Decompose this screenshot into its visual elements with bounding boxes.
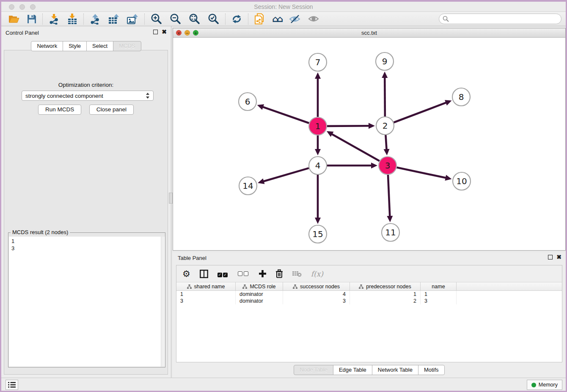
optimization-dropdown[interactable]: strongly connected component [22, 91, 154, 101]
graph-node-14[interactable]: 14 [239, 177, 257, 195]
memory-button[interactable]: Memory [527, 380, 562, 390]
graph-edge-2-8[interactable] [394, 100, 452, 122]
trash-icon[interactable] [275, 269, 283, 278]
float-panel-icon[interactable] [153, 30, 158, 34]
column-header-shared-name[interactable]: shared name [176, 282, 236, 290]
tab-style[interactable]: Style [63, 41, 87, 51]
float-table-panel-icon[interactable] [548, 255, 553, 259]
graph-edge-4-14[interactable] [258, 168, 309, 184]
hide-view-button[interactable] [285, 13, 304, 25]
mcds-result-area[interactable]: 1 3 [9, 237, 165, 367]
graph-node-9[interactable]: 9 [376, 52, 394, 70]
table-cell: dominator [236, 291, 283, 298]
table-cell: dominator [236, 298, 283, 304]
optimization-label: Optimization criterion: [4, 82, 168, 88]
checked-boxes-icon[interactable]: ✓✓ [217, 270, 228, 278]
table-tab-motifs[interactable]: Motifs [418, 365, 445, 375]
clone-network-button[interactable] [250, 13, 268, 25]
export-network-button[interactable] [86, 13, 105, 25]
result-scrollbar[interactable] [161, 237, 164, 367]
graph-node-7[interactable]: 7 [309, 53, 327, 71]
eye-icon [308, 14, 319, 23]
import-network-button[interactable] [45, 13, 63, 25]
zoom-in-button[interactable] [147, 13, 166, 25]
plus-icon[interactable] [259, 270, 266, 277]
graph-node-8[interactable]: 8 [452, 88, 470, 106]
graph-edge-3-11[interactable] [387, 175, 393, 222]
graph-node-6[interactable]: 6 [239, 93, 256, 110]
graph-edge-1-6[interactable] [257, 104, 309, 123]
table-cell: 1 [176, 291, 236, 298]
table-cell: 3 [176, 298, 236, 304]
unchecked-boxes-icon[interactable] [238, 270, 250, 278]
graph-edge-1-4[interactable] [315, 135, 321, 155]
table-cell: 2 [350, 298, 421, 304]
export-table-button[interactable] [105, 13, 123, 25]
tab-network[interactable]: Network [31, 41, 63, 51]
graph-edge-2-3[interactable] [384, 135, 390, 155]
mcds-result-group: MCDS result (2 nodes) 1 3 [8, 232, 165, 367]
table-tab-node-table[interactable]: Node Table [294, 365, 333, 375]
graph-edge-1-2[interactable] [327, 123, 375, 129]
graph-edge-3-10[interactable] [397, 168, 452, 181]
graph-node-1[interactable]: 1 [309, 117, 327, 135]
run-mcds-button[interactable]: Run MCDS [38, 105, 81, 115]
column-header-MCDS-role[interactable]: MCDS role [236, 282, 283, 290]
import-table-button[interactable] [63, 13, 81, 25]
gear-icon[interactable]: ⚙ [182, 270, 190, 278]
svg-text:11: 11 [385, 227, 396, 237]
graph-edge-2-9[interactable] [382, 72, 388, 116]
network-view-window: × − + scc.txt 7968124314101511 [173, 28, 566, 251]
graph-node-4[interactable]: 4 [309, 157, 327, 174]
close-panel-button[interactable]: Close panel [89, 105, 134, 115]
svg-text:1: 1 [315, 121, 321, 131]
close-table-panel-icon[interactable]: ✖ [556, 255, 561, 259]
column-header-predecessor-nodes[interactable]: predecessor nodes [350, 282, 421, 290]
svg-text:9: 9 [382, 56, 388, 66]
panel-splitter-grip[interactable] [169, 193, 173, 204]
graph-edge-1-7[interactable] [315, 72, 321, 117]
list-icon [8, 382, 16, 388]
column-header-successor-nodes[interactable]: successor nodes [283, 282, 350, 290]
toolbar-separator [225, 14, 226, 25]
zoom-selected-button[interactable] [204, 13, 223, 25]
column-header-name[interactable]: name [421, 282, 457, 290]
table-row[interactable]: 3dominator323 [176, 298, 562, 304]
network-canvas[interactable]: 7968124314101511 [173, 38, 565, 250]
graph-edge-3-1[interactable] [327, 131, 380, 161]
columns-icon[interactable] [200, 270, 208, 278]
zoom-out-button[interactable] [166, 13, 185, 25]
mcds-result-text: 1 3 [9, 237, 165, 253]
svg-text:15: 15 [312, 229, 323, 239]
table-row[interactable]: 1dominator411 [176, 291, 562, 298]
svg-text:8: 8 [459, 92, 464, 102]
table-tab-edge-table[interactable]: Edge Table [333, 365, 372, 375]
graph-node-15[interactable]: 15 [309, 225, 327, 243]
tab-select[interactable]: Select [86, 41, 113, 51]
search-input[interactable] [439, 14, 561, 24]
graph-edge-4-3[interactable] [327, 163, 377, 168]
refresh-button[interactable] [228, 13, 246, 25]
houses-button[interactable]: ⌂⌂ [268, 13, 285, 25]
toolbar-separator [83, 14, 84, 25]
task-history-button[interactable] [6, 380, 18, 390]
zoom-fit-button[interactable] [185, 13, 204, 25]
graph-node-11[interactable]: 11 [382, 224, 399, 241]
svg-text:2: 2 [383, 121, 388, 131]
tab-mcds[interactable]: MCDS [113, 41, 141, 51]
show-view-button[interactable] [304, 13, 323, 25]
network-window-titlebar[interactable]: × − + scc.txt [173, 28, 565, 38]
graph-node-10[interactable]: 10 [453, 172, 471, 190]
graph-node-2[interactable]: 2 [376, 117, 394, 135]
export-image-button[interactable] [123, 13, 142, 25]
graph-node-3[interactable]: 3 [379, 157, 396, 174]
graph-edge-4-15[interactable] [315, 175, 321, 224]
eye-slash-icon [289, 14, 300, 24]
status-bar: Memory [1, 378, 566, 391]
save-session-button[interactable] [23, 13, 40, 25]
open-file-button[interactable] [5, 13, 23, 25]
close-panel-icon[interactable]: ✖ [162, 30, 167, 34]
table-tab-network-table[interactable]: Network Table [372, 365, 418, 375]
dropdown-stepper-icon [146, 92, 150, 99]
import-network-icon [49, 14, 60, 25]
